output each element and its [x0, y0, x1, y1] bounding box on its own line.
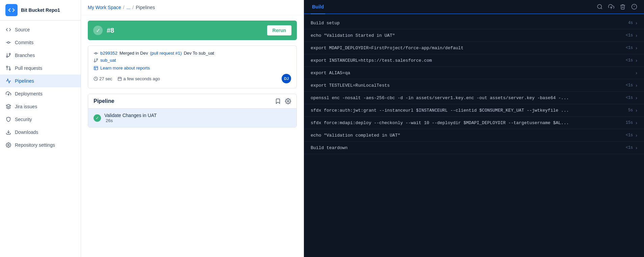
- branch-icon: [94, 58, 98, 63]
- log-row[interactable]: echo "Validation Started in UAT"<1s›: [304, 29, 644, 42]
- svg-point-4: [9, 53, 10, 55]
- stage-info: Validate Changes in UAT 26s: [104, 113, 157, 123]
- pull-request-link[interactable]: (pull request #1): [150, 51, 182, 56]
- chevron-right-icon: ›: [636, 120, 637, 125]
- sidebar-item-pull-requests[interactable]: Pull requests: [0, 62, 81, 75]
- sidebar-item-jira-issues[interactable]: Jira issues: [0, 100, 81, 113]
- build-header-icons: [597, 4, 637, 10]
- duration-item: 27 sec: [94, 76, 112, 81]
- pipeline-duration: 27 sec: [99, 76, 112, 81]
- sidebar-label-pull-requests: Pull requests: [15, 65, 42, 71]
- log-text: Build teardown: [311, 145, 622, 150]
- sidebar: Bit Bucket Repo1 Source Commits: [0, 0, 81, 257]
- log-text: sfdx force:auth:jwt:grant --instanceurl …: [311, 108, 624, 113]
- log-text: sfdx force:mdapi:deploy --checkonly --wa…: [311, 120, 622, 125]
- reports-link[interactable]: Learn more about reports: [100, 65, 150, 70]
- sidebar-nav: Source Commits Br: [0, 21, 81, 257]
- sidebar-item-commits[interactable]: Commits: [0, 36, 81, 49]
- pipeline-time-ago: a few seconds ago: [123, 76, 160, 81]
- breadcrumb-sep1: /: [123, 5, 125, 10]
- stages-header: Pipeline: [88, 94, 297, 108]
- pipeline-panel: My Work Space / ... / Pipelines ✓ #8 Rer…: [81, 0, 304, 257]
- build-log: Build setup4s›echo "Validation Started i…: [304, 14, 644, 257]
- sidebar-label-source: Source: [15, 27, 30, 32]
- log-row[interactable]: sfdx force:mdapi:deploy --checkonly --wa…: [304, 117, 644, 129]
- build-panel: Build: [304, 0, 644, 257]
- log-row[interactable]: Build teardown<1s›: [304, 142, 644, 154]
- time-ago-item: a few seconds ago: [118, 76, 160, 81]
- sidebar-label-pipelines: Pipelines: [15, 78, 34, 84]
- svg-point-16: [97, 58, 98, 60]
- log-text: echo "Validation Started in UAT": [311, 33, 622, 38]
- log-text: export ALIAS=qa: [311, 70, 629, 76]
- rerun-button[interactable]: Rerun: [267, 25, 291, 35]
- sidebar-label-branches: Branches: [15, 53, 35, 58]
- svg-point-7: [6, 66, 8, 67]
- log-text: export MDAPI_DEPLOYDIR=FirstProject/forc…: [311, 46, 622, 51]
- pipeline-success-icon: ✓: [93, 26, 103, 35]
- pipeline-info-card: b299352 Merged in Dev (pull request #1) …: [88, 46, 297, 88]
- log-time: <1s: [626, 83, 633, 88]
- pipeline-meta: 27 sec a few seconds ago DJ: [94, 74, 291, 83]
- pipeline-stages: Pipeline ✓ Validate Changes in UAT 26s: [88, 94, 297, 127]
- breadcrumb-current: Pipelines: [136, 5, 155, 10]
- svg-rect-18: [94, 66, 98, 70]
- main-area: My Work Space / ... / Pipelines ✓ #8 Rer…: [81, 0, 644, 257]
- log-time: 4s: [628, 21, 633, 25]
- log-time: <1s: [626, 33, 633, 38]
- sidebar-item-branches[interactable]: Branches: [0, 49, 81, 62]
- log-row[interactable]: sfdx force:auth:jwt:grant --instanceurl …: [304, 104, 644, 117]
- sidebar-item-downloads[interactable]: Downloads: [0, 126, 81, 139]
- log-row[interactable]: echo "Validation completed in UAT"<1s›: [304, 129, 644, 142]
- log-row[interactable]: export INSTANCEURL=https://test.salesfor…: [304, 54, 644, 67]
- repo-name: Bit Bucket Repo1: [21, 7, 60, 13]
- log-row[interactable]: Build setup4s›: [304, 17, 644, 29]
- branch-name[interactable]: sub_uat: [100, 58, 116, 63]
- sidebar-item-pipelines[interactable]: Pipelines: [0, 75, 81, 87]
- info-icon[interactable]: [631, 4, 637, 10]
- stage-name: Validate Changes in UAT: [104, 113, 157, 118]
- log-row[interactable]: export TESTLEVEL=RunLocalTests<1s›: [304, 79, 644, 92]
- security-icon: [5, 116, 11, 122]
- sidebar-label-commits: Commits: [15, 40, 33, 45]
- sidebar-item-repository-settings[interactable]: Repository settings: [0, 139, 81, 151]
- upload-icon[interactable]: [608, 4, 614, 10]
- log-row[interactable]: export ALIAS=qa›: [304, 67, 644, 79]
- log-text: openssl enc -nosalt -aes-256-cbc -d -in …: [311, 95, 622, 101]
- svg-point-26: [287, 101, 289, 102]
- pipelines-icon: [5, 78, 11, 84]
- breadcrumb-workspace[interactable]: My Work Space: [88, 5, 121, 10]
- sidebar-item-source[interactable]: Source: [0, 23, 81, 36]
- svg-point-27: [597, 4, 601, 8]
- trash-icon[interactable]: [620, 4, 626, 10]
- commit-hash[interactable]: b299352: [100, 51, 118, 56]
- chevron-right-icon: ›: [636, 20, 637, 26]
- commits-icon: [5, 39, 11, 46]
- svg-point-11: [8, 144, 9, 146]
- stage-item[interactable]: ✓ Validate Changes in UAT 26s: [88, 108, 297, 127]
- sidebar-label-deployments: Deployments: [15, 91, 43, 96]
- bookmark-icon[interactable]: [275, 98, 281, 104]
- breadcrumb: My Work Space / ... / Pipelines: [81, 0, 304, 15]
- log-row[interactable]: export MDAPI_DEPLOYDIR=FirstProject/forc…: [304, 42, 644, 54]
- svg-point-12: [95, 52, 97, 54]
- sidebar-label-downloads: Downloads: [15, 130, 38, 135]
- sidebar-item-security[interactable]: Security: [0, 113, 81, 126]
- breadcrumb-ellipsis[interactable]: ...: [126, 5, 130, 10]
- build-tab[interactable]: Build: [311, 0, 325, 14]
- svg-rect-22: [118, 77, 122, 81]
- reports-icon: [94, 66, 98, 70]
- sidebar-header: Bit Bucket Repo1: [0, 0, 81, 21]
- chevron-right-icon: ›: [636, 83, 637, 88]
- log-time: <1s: [626, 58, 633, 63]
- sidebar-item-deployments[interactable]: Deployments: [0, 87, 81, 100]
- chevron-right-icon: ›: [636, 133, 637, 138]
- gear-icon[interactable]: [285, 98, 291, 104]
- pull-requests-icon: [5, 65, 11, 71]
- branch-row: sub_uat: [94, 58, 291, 63]
- downloads-icon: [5, 129, 11, 135]
- sidebar-label-security: Security: [15, 117, 32, 122]
- stage-success-icon: ✓: [94, 114, 101, 122]
- log-row[interactable]: openssl enc -nosalt -aes-256-cbc -d -in …: [304, 92, 644, 104]
- search-icon[interactable]: [597, 4, 603, 10]
